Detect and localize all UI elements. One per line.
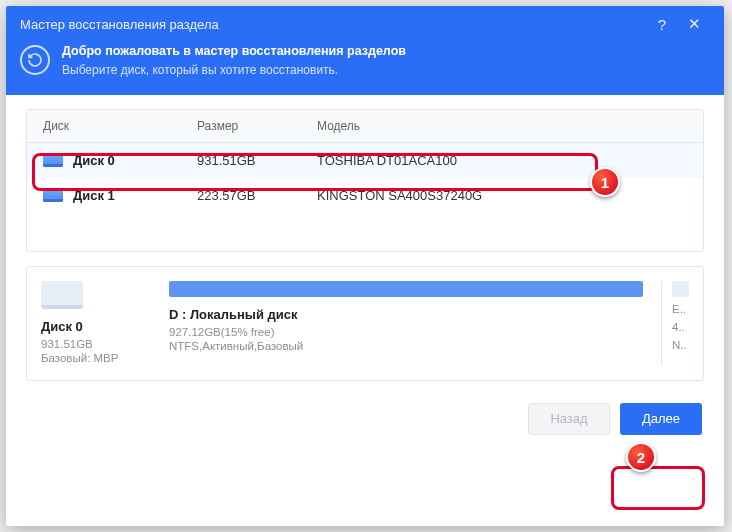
disk-large-icon [41,281,83,309]
disk-model: KINGSTON SA400S37240G [317,188,703,203]
next-button[interactable]: Далее [620,403,702,435]
side-label: N.. [672,339,689,351]
footer: Назад Далее [6,381,724,435]
partition-name: D : Локальный диск [169,307,643,322]
header-subtitle: Выберите диск, который вы хотите восстан… [62,61,406,79]
side-bar [672,281,689,297]
content: Диск Размер Модель Диск 0 931.51GB TOSHI… [6,95,724,381]
disk-icon [43,188,63,202]
disk-size: 223.57GB [197,188,317,203]
disk-table: Диск Размер Модель Диск 0 931.51GB TOSHI… [26,109,704,252]
side-label: E.. [672,303,689,315]
table-body: Диск 0 931.51GB TOSHIBA DT01ACA100 Диск … [27,143,703,251]
window-title: Мастер восстановления раздела [20,17,646,32]
header-title: Добро пожаловать в мастер восстановления… [62,42,406,61]
partition-info[interactable]: D : Локальный диск 927.12GB(15% free) NT… [169,281,643,366]
detail-disk-type: Базовый: MBP [41,352,151,364]
close-button[interactable]: ✕ [678,15,710,33]
titlebar: Мастер восстановления раздела ? ✕ [6,6,724,42]
partition-side: E.. 4.. N.. [661,281,689,366]
restore-icon [20,45,50,75]
disk-info: Диск 0 931.51GB Базовый: MBP [41,281,151,366]
detail-disk-name: Диск 0 [41,319,151,334]
side-label: 4.. [672,321,689,333]
wizard-window: Мастер восстановления раздела ? ✕ Добро … [6,6,724,526]
table-row[interactable]: Диск 0 931.51GB TOSHIBA DT01ACA100 [27,143,703,178]
disk-name: Диск 0 [73,153,115,168]
header-text: Добро пожаловать в мастер восстановления… [62,42,406,79]
disk-model: TOSHIBA DT01ACA100 [317,153,703,168]
back-button[interactable]: Назад [528,403,610,435]
disk-detail: Диск 0 931.51GB Базовый: MBP D : Локальн… [26,266,704,381]
disk-name: Диск 1 [73,188,115,203]
table-header: Диск Размер Модель [27,110,703,143]
partition-flags: NTFS,Активный,Базовый [169,340,643,352]
partition-bar [169,281,643,297]
col-header-model: Модель [317,119,703,133]
annotation-box-2 [611,466,705,510]
disk-icon [43,153,63,167]
header: Добро пожаловать в мастер восстановления… [6,42,724,95]
help-button[interactable]: ? [646,16,678,33]
disk-size: 931.51GB [197,153,317,168]
col-header-disk: Диск [27,119,197,133]
detail-disk-size: 931.51GB [41,338,151,350]
table-row[interactable]: Диск 1 223.57GB KINGSTON SA400S37240G [27,178,703,213]
annotation-badge-2: 2 [626,442,656,472]
partition-size: 927.12GB(15% free) [169,326,643,338]
col-header-size: Размер [197,119,317,133]
